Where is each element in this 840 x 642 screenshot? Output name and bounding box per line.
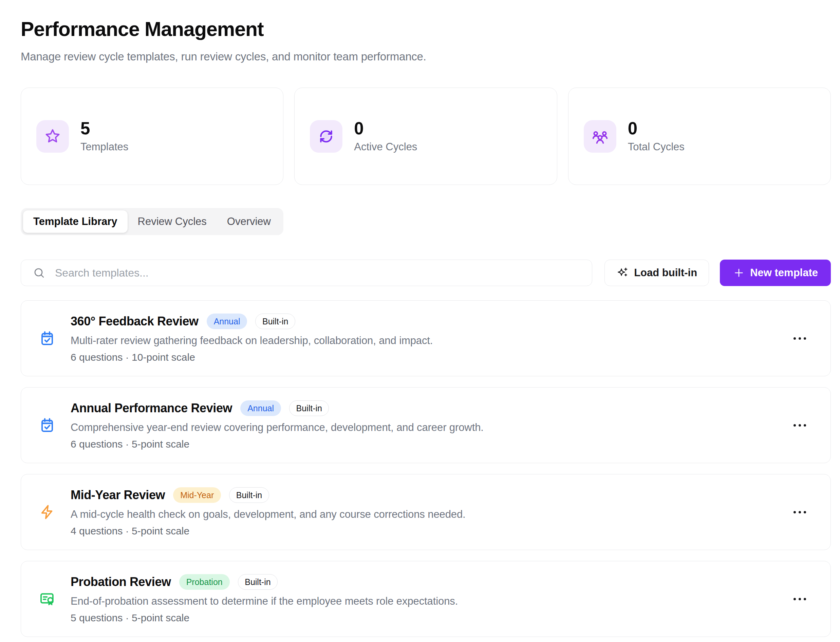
page-subtitle: Manage review cycle templates, run revie… — [21, 50, 831, 63]
template-row-annual-performance: Annual Performance Review Annual Built-i… — [21, 387, 831, 463]
sparkles-icon — [616, 267, 629, 279]
ellipsis-icon — [793, 511, 796, 513]
stat-card-active-cycles: 0 Active Cycles — [294, 88, 557, 185]
stat-value: 0 — [354, 120, 417, 138]
builtin-badge: Built-in — [289, 400, 329, 416]
row-menu-button[interactable] — [789, 593, 811, 605]
template-meta: 6 questions · 5-point scale — [71, 438, 484, 450]
stat-card-templates: 5 Templates — [21, 88, 284, 185]
row-menu-button[interactable] — [789, 420, 811, 431]
template-title: Mid-Year Review — [71, 488, 165, 502]
stat-label: Templates — [80, 141, 128, 153]
new-template-button[interactable]: New template — [720, 259, 831, 286]
template-description: Comprehensive year-end review covering p… — [71, 422, 484, 434]
template-description: Multi-rater review gathering feedback on… — [71, 335, 433, 347]
template-title: 360° Feedback Review — [71, 314, 199, 329]
builtin-badge: Built-in — [255, 313, 295, 329]
cycle-badge: Annual — [207, 313, 247, 329]
lightning-icon — [39, 504, 55, 520]
search-input[interactable] — [21, 259, 592, 286]
row-menu-button[interactable] — [789, 506, 811, 518]
load-builtin-button[interactable]: Load built-in — [605, 259, 709, 286]
tab-review-cycles[interactable]: Review Cycles — [128, 211, 217, 233]
refresh-icon — [310, 120, 342, 153]
tab-overview[interactable]: Overview — [217, 211, 281, 233]
users-icon — [584, 120, 616, 153]
page-title: Performance Management — [21, 18, 831, 41]
search-icon — [33, 267, 45, 279]
stat-value: 5 — [80, 120, 128, 138]
template-meta: 5 questions · 5-point scale — [71, 612, 458, 624]
builtin-badge: Built-in — [229, 487, 269, 503]
template-meta: 4 questions · 5-point scale — [71, 525, 465, 537]
search-wrap — [21, 259, 592, 286]
ellipsis-icon — [793, 598, 796, 600]
row-menu-button[interactable] — [789, 332, 811, 344]
calendar-check-icon — [39, 330, 55, 347]
template-toolbar: Load built-in New template — [21, 259, 831, 286]
stat-label: Active Cycles — [354, 141, 417, 153]
builtin-badge: Built-in — [238, 574, 277, 590]
performance-management-page: Performance Management Manage review cyc… — [0, 0, 840, 637]
load-builtin-label: Load built-in — [634, 267, 697, 279]
template-description: A mid-cycle health check on goals, devel… — [71, 508, 465, 520]
template-description: End-of-probation assessment to determine… — [71, 595, 458, 607]
template-meta: 6 questions · 10-point scale — [71, 352, 433, 363]
template-title: Probation Review — [71, 575, 171, 589]
stat-label: Total Cycles — [628, 141, 684, 153]
template-row-mid-year: Mid-Year Review Mid-Year Built-in A mid-… — [21, 474, 831, 550]
template-row-probation: Probation Review Probation Built-in End-… — [21, 561, 831, 637]
star-icon — [36, 120, 69, 153]
certificate-icon — [39, 591, 55, 607]
ellipsis-icon — [793, 337, 796, 340]
plus-icon — [733, 267, 745, 279]
cycle-badge: Probation — [179, 574, 230, 590]
ellipsis-icon — [793, 424, 796, 426]
template-list: 360° Feedback Review Annual Built-in Mul… — [21, 300, 831, 637]
tab-template-library[interactable]: Template Library — [23, 211, 128, 233]
calendar-check-icon — [39, 417, 55, 433]
new-template-label: New template — [750, 267, 818, 279]
tab-bar: Template Library Review Cycles Overview — [21, 208, 284, 235]
stat-card-total-cycles: 0 Total Cycles — [568, 88, 831, 185]
cycle-badge: Annual — [240, 400, 281, 417]
template-row-360-feedback: 360° Feedback Review Annual Built-in Mul… — [21, 300, 831, 376]
stat-value: 0 — [628, 120, 684, 138]
template-title: Annual Performance Review — [71, 401, 232, 415]
cycle-badge: Mid-Year — [173, 487, 221, 503]
stats-row: 5 Templates 0 Active Cycles — [21, 88, 831, 185]
